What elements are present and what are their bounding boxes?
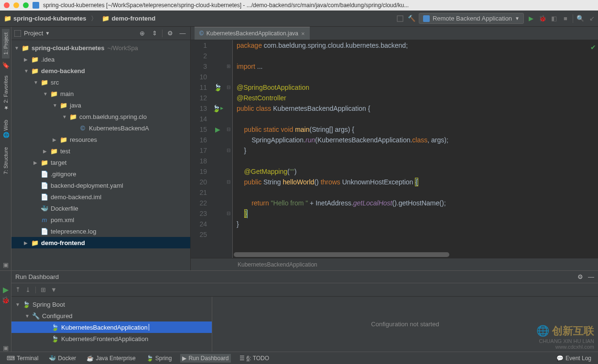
status-spring[interactable]: 🍃Spring [144, 354, 174, 363]
window-title: spring-cloud-kubernetes [~/WorkSpace/tel… [43, 2, 594, 9]
docker-icon: 🐳 [49, 355, 56, 362]
run-config-selector[interactable]: Remote Backend Application ▼ [419, 13, 524, 24]
close-tab-icon[interactable]: × [301, 30, 305, 37]
javaee-icon: ☕ [87, 355, 94, 362]
dash-tb-icon[interactable]: ⤓ [25, 286, 31, 293]
window-close[interactable] [4, 2, 10, 8]
chevron-down-icon: ▼ [515, 16, 520, 21]
svg-rect-2 [423, 15, 430, 22]
status-event-log[interactable]: 💬Event Log [555, 354, 593, 363]
locate-icon[interactable]: ⊕ [137, 29, 147, 38]
breadcrumb-module[interactable]: 📁 demo-frontend [100, 14, 157, 23]
titlebar: spring-cloud-kubernetes [~/WorkSpace/tel… [0, 0, 598, 11]
dashboard-message: Configuration not started [212, 297, 598, 352]
tree-selected-item: ▶📁demo-frontend [11, 237, 190, 248]
app-icon [33, 2, 39, 9]
dash-tb-icon[interactable]: ⤒ [15, 286, 21, 293]
rail-bottom-icon[interactable]: ▣ [2, 261, 10, 268]
left-tool-rail: 1: Project 🔖 ★ 2: Favorites 🌐 Web 7: Str… [0, 27, 11, 270]
gear-icon[interactable]: ⚙ [577, 273, 583, 280]
play-icon: ▶ [182, 355, 186, 362]
inspection-ok-icon: ✔ [590, 42, 596, 53]
svg-rect-0 [33, 2, 39, 9]
spring-icon: 🍃 [146, 355, 153, 362]
collapse-icon[interactable]: ⇕ [150, 29, 159, 38]
editor-scrollbar[interactable] [234, 252, 593, 257]
svg-rect-1 [397, 16, 403, 21]
search-everywhere-icon[interactable]: 🔍 [576, 14, 585, 23]
editor-tab[interactable]: © KubernetesBackendApplication.java × [195, 27, 310, 40]
bookmark-icon[interactable]: 🔖 [2, 61, 10, 69]
debug-icon[interactable]: 🐞 [538, 14, 547, 23]
window-minimize[interactable] [13, 2, 19, 8]
filter-icon[interactable]: ▼ [51, 286, 57, 293]
status-javaee[interactable]: ☕Java Enterprise [85, 354, 137, 363]
coverage-icon[interactable]: ◧ [550, 14, 558, 23]
application-icon [423, 15, 430, 22]
gear-icon[interactable]: ⚙ [165, 29, 175, 38]
run-dashboard: ▶ 🐞 ▣ Run Dashboard ⚙ — ⤒ ⤓ ⊞ ▼ ▼🍃Spring [0, 270, 598, 352]
code-editor[interactable]: ✔ 12310111213141516171819202122232425 🍃🍃… [191, 40, 598, 258]
dash-layout-icon[interactable]: ▣ [3, 344, 9, 352]
project-tool-window: Project ▼ ⊕ ⇕ ⚙ — ▼📁spring-cloud-kuberne… [11, 27, 191, 270]
rail-tab-favorites[interactable]: ★ 2: Favorites [1, 72, 10, 115]
breadcrumb-class[interactable]: KubernetesBackendApplication [234, 260, 321, 269]
dashboard-title: Run Dashboard [15, 273, 59, 280]
status-docker[interactable]: 🐳Docker [47, 354, 78, 363]
status-terminal[interactable]: ⌨Terminal [5, 354, 40, 363]
dashboard-tree[interactable]: ▼🍃Spring Boot ▼🔧Configured 🍃KubernetesBa… [11, 297, 212, 352]
ide-settings-icon[interactable]: ↙ [587, 14, 596, 23]
hide-icon[interactable]: — [178, 29, 187, 38]
folder-icon: 📁 [4, 15, 11, 22]
editor-breadcrumb: KubernetesBackendApplication [191, 258, 598, 270]
navbar: 📁 spring-cloud-kubernetes 〉 📁 demo-front… [0, 11, 598, 27]
project-view-icon [14, 30, 21, 37]
chevron-right-icon: 〉 [91, 14, 97, 23]
folder-icon: 📁 [102, 15, 109, 22]
breadcrumb: 📁 spring-cloud-kubernetes 〉 📁 demo-front… [2, 14, 157, 23]
todo-icon: ☰ [239, 355, 245, 362]
rail-tab-structure[interactable]: 7: Structure [2, 143, 10, 178]
hide-icon[interactable]: — [588, 273, 594, 280]
editor-area: © KubernetesBackendApplication.java × ✔ … [191, 27, 598, 270]
svg-rect-3 [14, 30, 21, 37]
editor-tabs: © KubernetesBackendApplication.java × [191, 27, 598, 40]
project-dropdown[interactable]: Project ▼ [24, 30, 50, 37]
dash-run-icon[interactable]: ▶ [3, 285, 9, 294]
terminal-icon: ⌨ [7, 355, 15, 362]
stop-icon[interactable]: ■ [561, 14, 570, 23]
class-icon: © [199, 30, 204, 37]
rail-tab-web[interactable]: 🌐 Web [1, 116, 10, 142]
status-run-dashboard[interactable]: ▶Run Dashboard [180, 354, 230, 363]
eventlog-icon: 💬 [556, 355, 564, 362]
window-maximize[interactable] [23, 2, 29, 8]
status-todo[interactable]: ☰6: TODO [238, 354, 272, 363]
breadcrumb-root[interactable]: 📁 spring-cloud-kubernetes [2, 14, 88, 23]
dashboard-selected-item: 🍃KubernetesBackendApplication [11, 321, 212, 333]
hammer-icon[interactable]: 🔨 [407, 14, 416, 23]
project-tree[interactable]: ▼📁spring-cloud-kubernetes~/WorkSpa ▶📁.id… [11, 40, 190, 270]
statusbar: ⌨Terminal 🐳Docker ☕Java Enterprise 🍃Spri… [0, 352, 598, 364]
rail-tab-project[interactable]: 1: Project [2, 29, 10, 58]
build-icon[interactable] [396, 14, 404, 23]
dash-tb-icon[interactable]: ⊞ [41, 286, 46, 293]
run-icon[interactable]: ▶ [527, 14, 535, 23]
dash-debug-icon[interactable]: 🐞 [1, 296, 10, 304]
